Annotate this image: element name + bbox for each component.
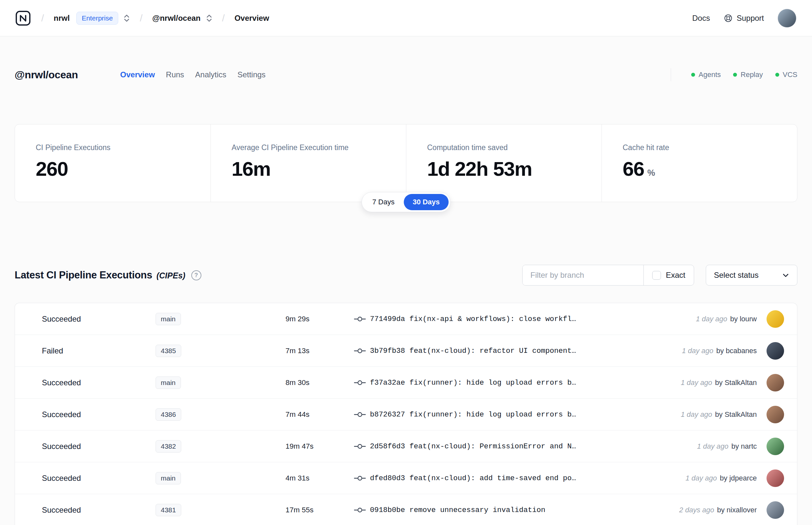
- help-icon[interactable]: ?: [191, 270, 201, 280]
- row-meta: 2 days ago by nixallover: [679, 506, 757, 514]
- lifebuoy-icon: [724, 14, 733, 23]
- branch-badge: 4385: [156, 345, 181, 357]
- breadcrumb-page: Overview: [234, 14, 269, 23]
- branch-badge: main: [156, 313, 181, 325]
- status-select[interactable]: Select status: [706, 265, 797, 286]
- cipe-row[interactable]: Succeeded main 8m 30s f37a32ae fix(runne…: [15, 367, 797, 399]
- author: by StalkAltan: [715, 378, 757, 387]
- workspace-name[interactable]: @nrwl/ocean: [152, 14, 201, 23]
- vcs-indicator[interactable]: VCS: [775, 71, 797, 79]
- top-navbar: / nrwl Enterprise / @nrwl/ocean / Overvi…: [0, 0, 812, 36]
- author: by nartc: [732, 442, 757, 451]
- stat-label: Average CI Pipeline Execution time: [232, 143, 399, 152]
- range-7-days[interactable]: 7 Days: [364, 194, 403, 210]
- workspace-switcher-chevron-icon[interactable]: [206, 13, 212, 23]
- stats-section: CI Pipeline Executions 260 Average CI Pi…: [15, 124, 797, 202]
- breadcrumb-slash: /: [222, 13, 225, 24]
- branch-badge: 4382: [156, 440, 181, 452]
- tab-runs[interactable]: Runs: [166, 70, 184, 79]
- status-label: Succeeded: [42, 314, 156, 324]
- cipe-row[interactable]: Succeeded 4386 7m 44s b8726327 fix(runne…: [15, 399, 797, 431]
- stat-value: 260: [36, 157, 68, 180]
- cipe-row[interactable]: Succeeded main 9m 29s 771499da fix(nx-ap…: [15, 303, 797, 335]
- author: by bcabanes: [716, 347, 757, 355]
- status-label: Succeeded: [42, 474, 156, 483]
- vertical-divider: [671, 68, 671, 81]
- relative-time: 1 day ago: [696, 315, 727, 323]
- agents-indicator[interactable]: Agents: [691, 71, 721, 79]
- cipe-row[interactable]: Succeeded 4382 19m 47s 2d58f6d3 feat(nx-…: [15, 431, 797, 462]
- author: by nixallover: [717, 506, 757, 514]
- relative-time: 1 day ago: [681, 378, 712, 387]
- row-meta: 1 day ago by StalkAltan: [681, 410, 757, 419]
- branch-badge: main: [156, 472, 181, 484]
- branch-filter-group: Exact: [522, 265, 694, 286]
- status-indicators: Agents Replay VCS: [671, 68, 797, 81]
- green-status-dot-icon: [733, 73, 737, 77]
- branch-filter-input[interactable]: [523, 265, 643, 285]
- stat-value: 16m: [232, 157, 271, 180]
- row-meta: 1 day ago by jdpearce: [686, 474, 757, 482]
- stat-label: Cache hit rate: [623, 143, 791, 152]
- relative-time: 1 day ago: [682, 347, 714, 355]
- avatar: [767, 310, 784, 328]
- duration: 9m 29s: [286, 315, 354, 323]
- git-commit-icon: [354, 315, 366, 323]
- relative-time: 1 day ago: [697, 442, 729, 451]
- stat-label: Computation time saved: [427, 143, 595, 152]
- stats-card: CI Pipeline Executions 260 Average CI Pi…: [15, 124, 797, 202]
- relative-time: 1 day ago: [681, 410, 712, 419]
- status-label: Succeeded: [42, 378, 156, 387]
- cipe-table: Succeeded main 9m 29s 771499da fix(nx-ap…: [15, 303, 797, 525]
- breadcrumb-slash: /: [140, 13, 142, 24]
- tab-analytics[interactable]: Analytics: [195, 70, 226, 79]
- exact-checkbox[interactable]: [652, 271, 661, 280]
- cipe-row[interactable]: Failed 4385 7m 13s 3b79fb38 feat(nx-clou…: [15, 335, 797, 367]
- author: by StalkAltan: [715, 410, 757, 419]
- green-status-dot-icon: [775, 73, 779, 77]
- git-commit-icon: [354, 379, 366, 387]
- exact-label: Exact: [666, 271, 685, 280]
- exact-match-control: Exact: [643, 265, 694, 285]
- support-label: Support: [737, 14, 764, 23]
- enterprise-badge: Enterprise: [76, 12, 119, 25]
- stat-value: 66: [623, 157, 644, 180]
- cipe-row[interactable]: Succeeded 4381 17m 55s 0918b0be remove u…: [15, 494, 797, 525]
- status-label: Failed: [42, 346, 156, 356]
- tab-overview[interactable]: Overview: [120, 70, 155, 79]
- stat-unit: %: [647, 168, 655, 178]
- support-link[interactable]: Support: [724, 14, 764, 23]
- user-avatar[interactable]: [778, 9, 796, 28]
- row-meta: 1 day ago by StalkAltan: [681, 378, 757, 387]
- commit-message: 0918b0be remove unnecessary invalidation: [370, 506, 679, 514]
- duration: 19m 47s: [286, 442, 354, 451]
- workspace-tabs: Overview Runs Analytics Settings: [120, 70, 266, 79]
- org-switcher-chevron-icon[interactable]: [123, 13, 130, 23]
- workspace-header: @nrwl/ocean Overview Runs Analytics Sett…: [15, 68, 797, 81]
- commit-message: 2d58f6d3 feat(nx-cloud): PermissionError…: [370, 442, 697, 451]
- cipe-section-header: Latest CI Pipeline Executions (CIPEs) ? …: [15, 265, 797, 286]
- stat-ci-pipeline-executions: CI Pipeline Executions 260: [15, 124, 211, 202]
- status-label: Succeeded: [42, 442, 156, 451]
- row-meta: 1 day ago by bcabanes: [682, 347, 757, 355]
- cipe-row[interactable]: Succeeded main 4m 31s dfed80d3 feat(nx-c…: [15, 462, 797, 494]
- stat-label: CI Pipeline Executions: [36, 143, 204, 152]
- stat-computation-time-saved: Computation time saved 1d 22h 53m: [406, 124, 601, 202]
- replay-indicator[interactable]: Replay: [733, 71, 763, 79]
- branch-badge: 4386: [156, 408, 181, 421]
- org-name[interactable]: nrwl: [53, 14, 70, 23]
- author: by jdpearce: [720, 474, 757, 482]
- commit-message: 3b79fb38 feat(nx-cloud): refactor UI com…: [370, 347, 682, 355]
- cipe-controls: Exact Select status: [522, 265, 797, 286]
- date-range-toggle: 7 Days 30 Days: [362, 192, 450, 212]
- tab-settings[interactable]: Settings: [238, 70, 266, 79]
- nx-cloud-logo-icon[interactable]: [15, 10, 31, 27]
- relative-time: 1 day ago: [686, 474, 717, 482]
- range-30-days[interactable]: 30 Days: [404, 194, 448, 210]
- green-status-dot-icon: [691, 73, 695, 77]
- stat-average-execution-time: Average CI Pipeline Execution time 16m: [211, 124, 406, 202]
- chevron-down-icon: [782, 272, 789, 279]
- avatar: [767, 374, 784, 391]
- docs-link[interactable]: Docs: [692, 14, 710, 23]
- status-label: Succeeded: [42, 410, 156, 419]
